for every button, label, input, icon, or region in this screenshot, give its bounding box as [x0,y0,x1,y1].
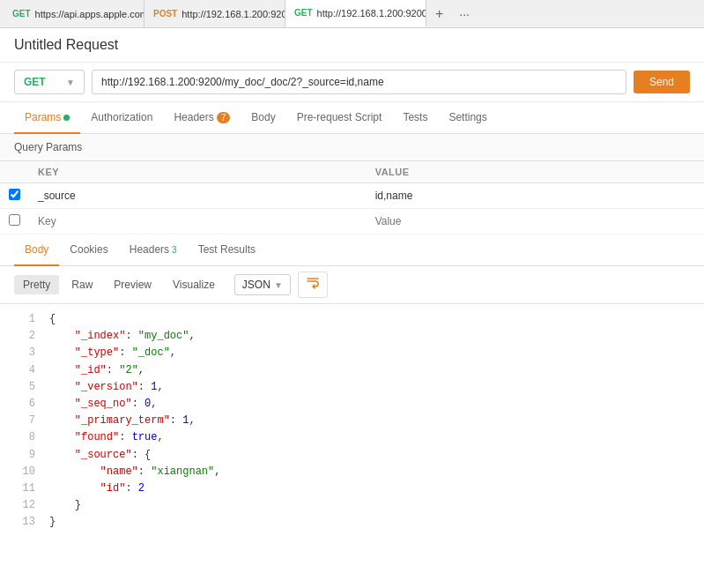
resp-tab-body[interactable]: Body [14,234,59,266]
row-checkbox-cell [0,183,29,209]
tab-url-2: http://192.168.1.200:9200/my... [182,9,285,19]
resp-tab-testresults[interactable]: Test Results [188,234,266,266]
code-line: 4 "_id": "2", [0,362,704,379]
line-content: "found": true, [49,429,697,446]
send-button[interactable]: Send [634,71,690,93]
empty-checkbox[interactable] [9,214,20,226]
tab-method-2: POST [153,9,177,19]
row-value-cell [367,183,704,209]
tab-body[interactable]: Body [241,102,285,134]
code-line: 7 "_primary_term": 1, [0,413,704,429]
tab-3[interactable]: GET http://192.168.1.200:9200/my_... [285,0,426,27]
headers-badge: 7 [217,112,231,123]
line-number: 5 [7,379,35,396]
url-input[interactable] [92,70,626,94]
line-content: "_type": "_doc", [49,345,697,361]
line-number: 8 [7,429,35,446]
tab-headers[interactable]: Headers7 [163,102,241,134]
more-tabs-button[interactable]: ··· [452,7,477,21]
row-key-input[interactable] [38,190,358,202]
line-number: 6 [7,396,35,413]
code-line: 11 "id": 2 [0,480,704,497]
code-line: 6 "_seq_no": 0, [0,396,704,413]
query-params-title: Query Params [0,134,704,161]
line-content: "id": 2 [49,480,697,497]
code-line: 3 "_type": "_doc", [0,345,704,361]
format-pretty-button[interactable]: Pretty [14,275,59,294]
empty-value-input[interactable] [375,215,695,227]
page-title: Untitled Request [14,37,690,53]
code-area: 1{2 "_index": "my_doc",3 "_type": "_doc"… [0,304,704,538]
tab-url-3: http://192.168.1.200:9200/my_... [317,8,426,19]
line-number: 10 [7,464,35,480]
response-tabs: Body Cookies Headers3 Test Results [0,234,704,266]
empty-checkbox-cell [0,209,29,234]
tab-prerequest[interactable]: Pre-request Script [286,102,393,134]
tab-params[interactable]: Params [14,102,80,134]
tab-settings[interactable]: Settings [438,102,497,134]
line-content: { [49,311,697,328]
line-content: "_seq_no": 0, [49,396,697,413]
new-tab-button[interactable]: + [426,6,452,22]
params-dot [63,115,70,121]
table-row [0,183,704,209]
col-checkbox [0,161,29,183]
tab-authorization[interactable]: Authorization [80,102,163,134]
code-line: 10 "name": "xiangnan", [0,464,704,480]
line-number: 3 [7,345,35,361]
col-value: VALUE [367,161,704,183]
line-number: 12 [7,497,35,514]
table-row-empty [0,209,704,234]
tab-1[interactable]: GET https://api.apps.apple.com/v1/c... [4,0,145,27]
format-preview-button[interactable]: Preview [105,275,160,294]
line-number: 9 [7,447,35,464]
line-content: "_id": "2", [49,362,697,379]
code-line: 13} [0,514,704,531]
line-content: } [49,514,697,531]
line-content: "_primary_term": 1, [49,413,697,429]
line-content: "_index": "my_doc", [49,328,697,345]
tab-method-1: GET [12,9,31,19]
empty-value-cell [367,209,704,234]
format-type-label: JSON [242,279,270,291]
row-key-cell [29,183,367,209]
line-number: 13 [7,514,35,531]
line-content: "name": "xiangnan", [49,464,697,480]
resp-headers-badge: 3 [172,245,177,255]
row-checkbox[interactable] [9,189,20,200]
url-bar: GET ▼ Send [0,63,704,102]
code-line: 2 "_index": "my_doc", [0,328,704,345]
method-select[interactable]: GET ▼ [14,70,85,94]
tab-tests[interactable]: Tests [392,102,438,134]
tab-bar: GET https://api.apps.apple.com/v1/c... P… [0,0,704,28]
line-number: 7 [7,413,35,429]
line-number: 4 [7,362,35,379]
line-number: 1 [7,311,35,328]
code-line: 1{ [0,311,704,328]
tab-url-1: https://api.apps.apple.com/v1/c... [35,9,145,19]
method-arrow-icon: ▼ [66,78,75,87]
code-line: 9 "_source": { [0,447,704,464]
format-type-select[interactable]: JSON ▼ [234,274,291,295]
resp-tab-headers[interactable]: Headers3 [119,234,188,266]
line-content: "_source": { [49,447,697,464]
format-bar: Pretty Raw Preview Visualize JSON ▼ [0,266,704,304]
line-number: 11 [7,480,35,497]
format-type-arrow-icon: ▼ [274,280,283,290]
wrap-lines-icon[interactable] [298,272,328,298]
empty-key-cell [29,209,367,234]
line-content: } [49,497,697,514]
col-key: KEY [29,161,367,183]
method-label: GET [24,76,46,88]
code-line: 12 } [0,497,704,514]
code-line: 8 "found": true, [0,429,704,446]
empty-key-input[interactable] [38,215,358,227]
line-content: "_version": 1, [49,379,697,396]
code-line: 5 "_version": 1, [0,379,704,396]
resp-tab-cookies[interactable]: Cookies [59,234,118,266]
row-value-input[interactable] [375,190,695,202]
format-visualize-button[interactable]: Visualize [164,275,224,294]
tab-2[interactable]: POST http://192.168.1.200:9200/my... [145,0,285,27]
format-raw-button[interactable]: Raw [63,275,101,294]
tab-method-3: GET [294,8,313,18]
